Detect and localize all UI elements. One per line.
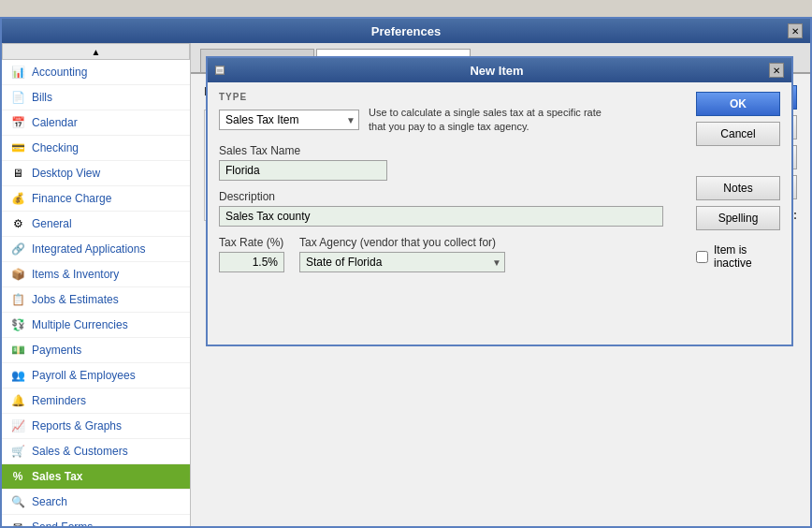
- sidebar-item-salestax[interactable]: % Sales Tax: [2, 464, 190, 490]
- sidebar-item-desktop[interactable]: 🖥 Desktop View: [2, 161, 190, 186]
- sales-icon: 🛒: [9, 443, 26, 460]
- general-icon: ⚙: [9, 215, 26, 232]
- search-icon: 🔍: [9, 493, 26, 510]
- sidebar-label-calendar: Calendar: [32, 116, 78, 129]
- description-section: Description: [219, 190, 687, 227]
- tax-rate-input[interactable]: [219, 252, 284, 272]
- items-icon: 📦: [9, 266, 26, 283]
- dialog-cancel-button[interactable]: Cancel: [696, 122, 780, 146]
- sidebar-item-items[interactable]: 📦 Items & Inventory: [2, 262, 190, 287]
- type-section: TYPE Sales Tax Item ▼ Use to calculate a…: [219, 92, 687, 135]
- dialog-restore-button[interactable]: 🗖: [215, 66, 225, 75]
- bottom-row: Tax Rate (%) Tax Agency (vendor that you…: [219, 236, 687, 272]
- reports-icon: 📈: [9, 418, 26, 434]
- sidebar-label-integrated: Integrated Applications: [32, 242, 145, 256]
- sidebar-item-reminders[interactable]: 🔔 Reminders: [2, 389, 190, 414]
- description-input[interactable]: [219, 206, 663, 227]
- sidebar-label-reports: Reports & Graphs: [32, 419, 122, 433]
- name-section: Sales Tax Name: [219, 144, 687, 181]
- type-row: Sales Tax Item ▼ Use to calculate a sing…: [219, 106, 687, 135]
- sidebar-item-sendforms[interactable]: ✉ Send Forms: [2, 515, 190, 526]
- currencies-icon: 💱: [9, 316, 26, 333]
- dialog-main: TYPE Sales Tax Item ▼ Use to calculate a…: [219, 92, 687, 272]
- sidebar-label-sales: Sales & Customers: [32, 445, 128, 458]
- sidebar-item-bills[interactable]: 📄 Bills: [2, 85, 190, 110]
- payroll-icon: 👥: [9, 367, 26, 384]
- dialog-ok-button[interactable]: OK: [696, 92, 780, 116]
- jobs-icon: 📋: [9, 291, 26, 308]
- tax-rate-label: Tax Rate (%): [219, 236, 284, 249]
- sidebar-item-currencies[interactable]: 💱 Multiple Currencies: [2, 313, 190, 338]
- type-select-wrapper: Sales Tax Item ▼: [219, 110, 359, 130]
- integrated-icon: 🔗: [9, 241, 26, 257]
- name-label: Sales Tax Name: [219, 144, 687, 157]
- dialog-titlebar: 🗖 New Item ✕: [208, 58, 791, 82]
- dialog-close-button[interactable]: ✕: [769, 63, 784, 78]
- window-close-button[interactable]: ✕: [788, 23, 803, 38]
- sidebar-label-general: General: [32, 217, 72, 230]
- sidebar-label-finance: Finance Charge: [32, 192, 111, 205]
- sidebar-label-desktop: Desktop View: [32, 167, 100, 180]
- sidebar-label-payroll: Payroll & Employees: [32, 369, 136, 382]
- sidebar-item-sales[interactable]: 🛒 Sales & Customers: [2, 439, 190, 464]
- sidebar-scroll-up[interactable]: ▲: [2, 43, 190, 60]
- dialog-spelling-button[interactable]: Spelling: [696, 206, 780, 230]
- sidebar-label-jobs: Jobs & Estimates: [32, 293, 119, 306]
- description-label: Description: [219, 190, 687, 203]
- sidebar-label-salestax: Sales Tax: [32, 470, 82, 483]
- sidebar-label-currencies: Multiple Currencies: [32, 318, 128, 331]
- tax-agency-label: Tax Agency (vendor that you collect for): [299, 236, 505, 249]
- sidebar-label-search: Search: [32, 495, 67, 508]
- inactive-row: Item is inactive: [696, 243, 780, 270]
- dialog-notes-button[interactable]: Notes: [696, 176, 780, 200]
- sendforms-icon: ✉: [9, 519, 26, 526]
- tax-agency-select-wrapper: State of Florida ▼: [299, 252, 505, 272]
- sidebar-item-integrated[interactable]: 🔗 Integrated Applications: [2, 237, 190, 262]
- accounting-icon: 📊: [9, 64, 26, 81]
- tax-rate-group: Tax Rate (%): [219, 236, 284, 272]
- type-dropdown[interactable]: Sales Tax Item: [219, 110, 359, 130]
- bills-icon: 📄: [9, 89, 26, 106]
- sidebar-item-jobs[interactable]: 📋 Jobs & Estimates: [2, 287, 190, 313]
- checking-icon: 💳: [9, 139, 26, 156]
- calendar-icon: 📅: [9, 114, 26, 131]
- sidebar-label-reminders: Reminders: [32, 394, 86, 407]
- type-description: Use to calculate a single sales tax at a…: [369, 106, 602, 135]
- sidebar-item-checking[interactable]: 💳 Checking: [2, 136, 190, 161]
- window-titlebar: Preferences ✕: [2, 19, 810, 43]
- sidebar-item-calendar[interactable]: 📅 Calendar: [2, 110, 190, 136]
- desktop-icon: 🖥: [9, 165, 26, 182]
- sidebar-label-sendforms: Send Forms: [32, 521, 93, 526]
- sidebar-label-items: Items & Inventory: [32, 268, 119, 281]
- payments-icon: 💵: [9, 342, 26, 359]
- sidebar-label-bills: Bills: [32, 91, 52, 104]
- sidebar-item-general[interactable]: ⚙ General: [2, 212, 190, 237]
- sidebar-item-payments[interactable]: 💵 Payments: [2, 338, 190, 363]
- sidebar-item-finance[interactable]: 💰 Finance Charge: [2, 186, 190, 212]
- new-item-dialog: 🗖 New Item ✕ TYPE Sales Tax Item ▼ Use t…: [206, 56, 793, 346]
- window-title: Preferences: [24, 24, 788, 38]
- tax-agency-dropdown[interactable]: State of Florida: [299, 252, 505, 272]
- dialog-body: TYPE Sales Tax Item ▼ Use to calculate a…: [208, 82, 791, 282]
- finance-icon: 💰: [9, 190, 26, 207]
- sidebar-label-accounting: Accounting: [32, 66, 87, 79]
- sidebar-label-checking: Checking: [32, 141, 79, 154]
- sidebar-item-accounting[interactable]: 📊 Accounting: [2, 60, 190, 85]
- sidebar-item-reports[interactable]: 📈 Reports & Graphs: [2, 414, 190, 439]
- inactive-label: Item is inactive: [714, 243, 780, 270]
- sidebar: ▲ 📊 Accounting 📄 Bills 📅 Calendar 💳 Chec…: [2, 43, 191, 526]
- inactive-checkbox[interactable]: [696, 251, 708, 263]
- salestax-icon: %: [9, 468, 26, 485]
- name-input[interactable]: [219, 160, 387, 181]
- dialog-title: New Item: [225, 64, 769, 78]
- tax-agency-group: Tax Agency (vendor that you collect for)…: [299, 236, 505, 272]
- sidebar-item-payroll[interactable]: 👥 Payroll & Employees: [2, 363, 190, 389]
- dialog-right-buttons: OK Cancel Notes Spelling Item is inactiv…: [696, 92, 780, 272]
- reminders-icon: 🔔: [9, 392, 26, 409]
- sidebar-label-payments: Payments: [32, 344, 81, 357]
- type-section-title: TYPE: [219, 92, 687, 102]
- sidebar-item-search[interactable]: 🔍 Search: [2, 490, 190, 515]
